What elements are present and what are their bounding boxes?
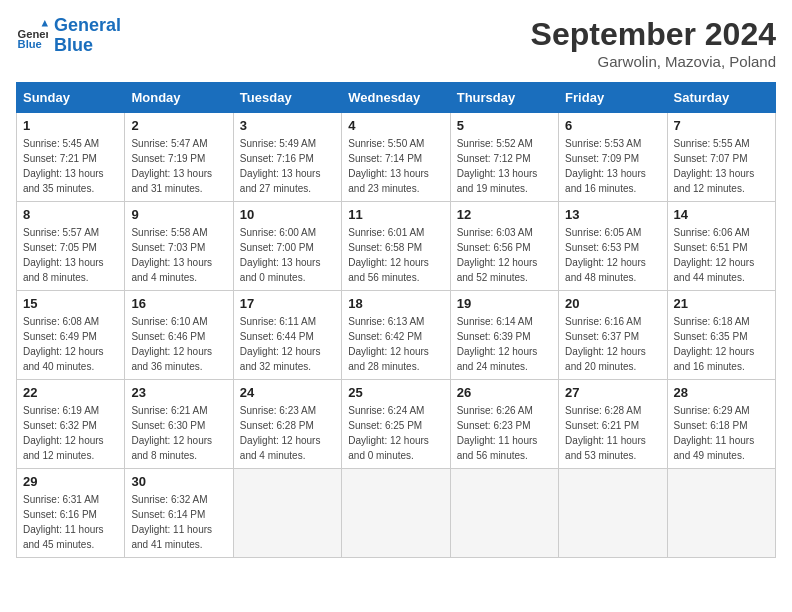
- day-number: 29: [23, 474, 118, 489]
- day-detail: Sunrise: 6:14 AMSunset: 6:39 PMDaylight:…: [457, 314, 552, 374]
- calendar-cell: 3Sunrise: 5:49 AMSunset: 7:16 PMDaylight…: [233, 113, 341, 202]
- day-detail: Sunrise: 6:03 AMSunset: 6:56 PMDaylight:…: [457, 225, 552, 285]
- calendar-table: SundayMondayTuesdayWednesdayThursdayFrid…: [16, 82, 776, 558]
- day-detail: Sunrise: 6:23 AMSunset: 6:28 PMDaylight:…: [240, 403, 335, 463]
- header-cell-sunday: Sunday: [17, 83, 125, 113]
- calendar-cell: [233, 469, 341, 558]
- day-number: 17: [240, 296, 335, 311]
- svg-text:Blue: Blue: [18, 38, 42, 50]
- day-number: 30: [131, 474, 226, 489]
- day-detail: Sunrise: 5:47 AMSunset: 7:19 PMDaylight:…: [131, 136, 226, 196]
- day-number: 11: [348, 207, 443, 222]
- day-detail: Sunrise: 5:58 AMSunset: 7:03 PMDaylight:…: [131, 225, 226, 285]
- day-detail: Sunrise: 5:45 AMSunset: 7:21 PMDaylight:…: [23, 136, 118, 196]
- month-title: September 2024: [531, 16, 776, 53]
- calendar-cell: 28Sunrise: 6:29 AMSunset: 6:18 PMDayligh…: [667, 380, 775, 469]
- logo: General Blue GeneralBlue: [16, 16, 121, 56]
- calendar-cell: 2Sunrise: 5:47 AMSunset: 7:19 PMDaylight…: [125, 113, 233, 202]
- day-detail: Sunrise: 6:10 AMSunset: 6:46 PMDaylight:…: [131, 314, 226, 374]
- day-detail: Sunrise: 6:19 AMSunset: 6:32 PMDaylight:…: [23, 403, 118, 463]
- day-detail: Sunrise: 6:24 AMSunset: 6:25 PMDaylight:…: [348, 403, 443, 463]
- day-number: 15: [23, 296, 118, 311]
- day-detail: Sunrise: 6:13 AMSunset: 6:42 PMDaylight:…: [348, 314, 443, 374]
- day-detail: Sunrise: 6:21 AMSunset: 6:30 PMDaylight:…: [131, 403, 226, 463]
- calendar-cell: 11Sunrise: 6:01 AMSunset: 6:58 PMDayligh…: [342, 202, 450, 291]
- day-detail: Sunrise: 6:18 AMSunset: 6:35 PMDaylight:…: [674, 314, 769, 374]
- day-number: 20: [565, 296, 660, 311]
- logo-text: GeneralBlue: [54, 16, 121, 56]
- day-number: 2: [131, 118, 226, 133]
- calendar-cell: 24Sunrise: 6:23 AMSunset: 6:28 PMDayligh…: [233, 380, 341, 469]
- day-number: 3: [240, 118, 335, 133]
- day-detail: Sunrise: 6:31 AMSunset: 6:16 PMDaylight:…: [23, 492, 118, 552]
- day-detail: Sunrise: 6:26 AMSunset: 6:23 PMDaylight:…: [457, 403, 552, 463]
- calendar-cell: 25Sunrise: 6:24 AMSunset: 6:25 PMDayligh…: [342, 380, 450, 469]
- calendar-cell: 27Sunrise: 6:28 AMSunset: 6:21 PMDayligh…: [559, 380, 667, 469]
- calendar-cell: 16Sunrise: 6:10 AMSunset: 6:46 PMDayligh…: [125, 291, 233, 380]
- calendar-cell: 5Sunrise: 5:52 AMSunset: 7:12 PMDaylight…: [450, 113, 558, 202]
- calendar-cell: [667, 469, 775, 558]
- calendar-cell: 1Sunrise: 5:45 AMSunset: 7:21 PMDaylight…: [17, 113, 125, 202]
- day-detail: Sunrise: 5:50 AMSunset: 7:14 PMDaylight:…: [348, 136, 443, 196]
- day-detail: Sunrise: 6:32 AMSunset: 6:14 PMDaylight:…: [131, 492, 226, 552]
- calendar-cell: 13Sunrise: 6:05 AMSunset: 6:53 PMDayligh…: [559, 202, 667, 291]
- logo-icon: General Blue: [16, 20, 48, 52]
- calendar-cell: 21Sunrise: 6:18 AMSunset: 6:35 PMDayligh…: [667, 291, 775, 380]
- day-number: 21: [674, 296, 769, 311]
- day-detail: Sunrise: 5:55 AMSunset: 7:07 PMDaylight:…: [674, 136, 769, 196]
- calendar-cell: 17Sunrise: 6:11 AMSunset: 6:44 PMDayligh…: [233, 291, 341, 380]
- day-detail: Sunrise: 5:52 AMSunset: 7:12 PMDaylight:…: [457, 136, 552, 196]
- calendar-cell: 29Sunrise: 6:31 AMSunset: 6:16 PMDayligh…: [17, 469, 125, 558]
- week-row: 1Sunrise: 5:45 AMSunset: 7:21 PMDaylight…: [17, 113, 776, 202]
- day-number: 1: [23, 118, 118, 133]
- day-number: 26: [457, 385, 552, 400]
- calendar-cell: 23Sunrise: 6:21 AMSunset: 6:30 PMDayligh…: [125, 380, 233, 469]
- day-number: 8: [23, 207, 118, 222]
- title-block: September 2024 Garwolin, Mazovia, Poland: [531, 16, 776, 70]
- day-detail: Sunrise: 6:11 AMSunset: 6:44 PMDaylight:…: [240, 314, 335, 374]
- header-cell-tuesday: Tuesday: [233, 83, 341, 113]
- calendar-cell: 12Sunrise: 6:03 AMSunset: 6:56 PMDayligh…: [450, 202, 558, 291]
- day-number: 9: [131, 207, 226, 222]
- page-header: General Blue GeneralBlue September 2024 …: [16, 16, 776, 70]
- day-detail: Sunrise: 6:01 AMSunset: 6:58 PMDaylight:…: [348, 225, 443, 285]
- day-detail: Sunrise: 6:00 AMSunset: 7:00 PMDaylight:…: [240, 225, 335, 285]
- day-number: 14: [674, 207, 769, 222]
- day-number: 18: [348, 296, 443, 311]
- week-row: 8Sunrise: 5:57 AMSunset: 7:05 PMDaylight…: [17, 202, 776, 291]
- calendar-cell: [342, 469, 450, 558]
- day-number: 13: [565, 207, 660, 222]
- day-detail: Sunrise: 6:05 AMSunset: 6:53 PMDaylight:…: [565, 225, 660, 285]
- day-detail: Sunrise: 6:16 AMSunset: 6:37 PMDaylight:…: [565, 314, 660, 374]
- day-number: 4: [348, 118, 443, 133]
- calendar-cell: 19Sunrise: 6:14 AMSunset: 6:39 PMDayligh…: [450, 291, 558, 380]
- day-number: 22: [23, 385, 118, 400]
- day-detail: Sunrise: 5:57 AMSunset: 7:05 PMDaylight:…: [23, 225, 118, 285]
- day-number: 23: [131, 385, 226, 400]
- header-row: SundayMondayTuesdayWednesdayThursdayFrid…: [17, 83, 776, 113]
- day-number: 25: [348, 385, 443, 400]
- day-number: 7: [674, 118, 769, 133]
- day-detail: Sunrise: 6:28 AMSunset: 6:21 PMDaylight:…: [565, 403, 660, 463]
- location: Garwolin, Mazovia, Poland: [531, 53, 776, 70]
- calendar-cell: 10Sunrise: 6:00 AMSunset: 7:00 PMDayligh…: [233, 202, 341, 291]
- day-number: 27: [565, 385, 660, 400]
- header-cell-monday: Monday: [125, 83, 233, 113]
- week-row: 29Sunrise: 6:31 AMSunset: 6:16 PMDayligh…: [17, 469, 776, 558]
- day-detail: Sunrise: 5:49 AMSunset: 7:16 PMDaylight:…: [240, 136, 335, 196]
- header-cell-thursday: Thursday: [450, 83, 558, 113]
- day-detail: Sunrise: 5:53 AMSunset: 7:09 PMDaylight:…: [565, 136, 660, 196]
- day-number: 12: [457, 207, 552, 222]
- calendar-cell: 26Sunrise: 6:26 AMSunset: 6:23 PMDayligh…: [450, 380, 558, 469]
- day-detail: Sunrise: 6:06 AMSunset: 6:51 PMDaylight:…: [674, 225, 769, 285]
- day-number: 24: [240, 385, 335, 400]
- calendar-cell: 6Sunrise: 5:53 AMSunset: 7:09 PMDaylight…: [559, 113, 667, 202]
- day-number: 5: [457, 118, 552, 133]
- calendar-cell: [559, 469, 667, 558]
- day-number: 6: [565, 118, 660, 133]
- calendar-cell: 22Sunrise: 6:19 AMSunset: 6:32 PMDayligh…: [17, 380, 125, 469]
- day-number: 28: [674, 385, 769, 400]
- calendar-cell: 30Sunrise: 6:32 AMSunset: 6:14 PMDayligh…: [125, 469, 233, 558]
- calendar-cell: 14Sunrise: 6:06 AMSunset: 6:51 PMDayligh…: [667, 202, 775, 291]
- calendar-cell: 7Sunrise: 5:55 AMSunset: 7:07 PMDaylight…: [667, 113, 775, 202]
